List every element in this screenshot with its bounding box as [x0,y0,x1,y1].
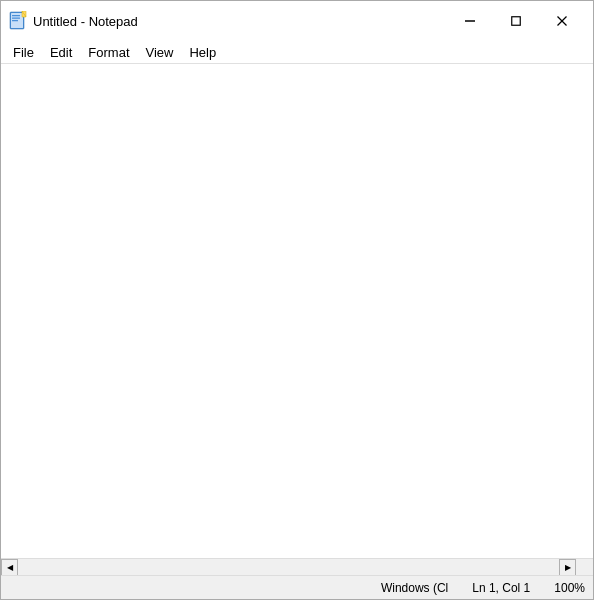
menu-bar: File Edit Format View Help [1,41,593,63]
svg-rect-3 [12,18,20,19]
close-icon [557,16,567,26]
hscroll-left-button[interactable]: ◀ [1,559,18,576]
hscroll-track[interactable] [18,559,559,575]
hscroll-right-button[interactable]: ▶ [559,559,576,576]
text-editor[interactable] [1,64,593,558]
close-button[interactable] [539,5,585,37]
menu-help[interactable]: Help [181,42,224,62]
status-position: Ln 1, Col 1 [472,581,530,595]
minimize-button[interactable] [447,5,493,37]
title-bar-left: Untitled - Notepad [9,11,447,31]
editor-container [1,63,593,558]
svg-rect-2 [12,15,20,16]
menu-view[interactable]: View [138,42,182,62]
status-encoding: Windows (Cl [381,581,448,595]
horizontal-scrollbar: ◀ ▶ [1,558,593,575]
notepad-window: Untitled - Notepad File Edi [0,0,594,600]
svg-rect-8 [512,17,521,26]
app-icon [9,11,27,31]
window-title: Untitled - Notepad [33,14,138,29]
status-bar: Windows (Cl Ln 1, Col 1 100% [1,575,593,599]
svg-rect-4 [12,20,18,21]
status-zoom: 100% [554,581,585,595]
menu-edit[interactable]: Edit [42,42,80,62]
menu-format[interactable]: Format [80,42,137,62]
title-bar: Untitled - Notepad [1,1,593,41]
minimize-icon [465,16,475,26]
title-bar-controls [447,5,585,37]
maximize-icon [511,16,521,26]
menu-file[interactable]: File [5,42,42,62]
maximize-button[interactable] [493,5,539,37]
